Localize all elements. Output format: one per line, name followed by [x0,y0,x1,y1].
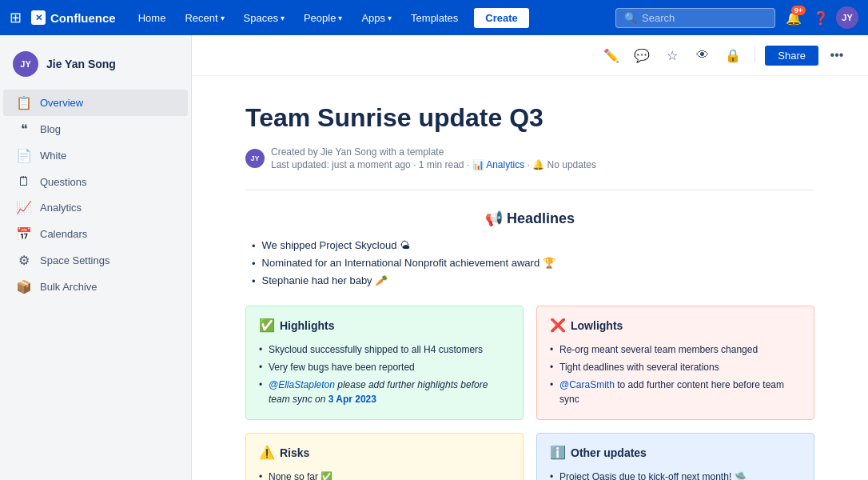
box-header: ⚠️ Risks [259,445,510,460]
sidebar-item-questions[interactable]: 🗒 Questions [3,169,188,194]
box-header: ℹ️ Other updates [550,445,801,460]
blog-icon: ❝ [16,122,32,137]
lowlights-list: Re-org meant several team members change… [550,341,801,408]
logo-x: ✕ [31,10,46,25]
star-icon[interactable]: ☆ [660,43,684,67]
white-icon: 📄 [16,148,32,163]
headlines-list: We shipped Project Skycloud 🌤 Nominated … [245,237,814,290]
sidebar-item-overview[interactable]: 📋 Overview [3,90,188,116]
settings-icon: ⚙ [16,253,32,268]
sidebar-item-white[interactable]: 📄 White + [3,142,188,169]
archive-icon: 📦 [16,279,32,294]
analytics-icon: 📈 [16,200,32,215]
headlines-title: 📢 Headlines [245,210,814,227]
risks-list: None so far ✅ [259,468,510,480]
sidebar-user-avatar[interactable]: JY [13,51,38,77]
date-link[interactable]: 3 Apr 2023 [328,394,376,405]
list-item: Project Oasis due to kick-off next month… [550,468,801,480]
search-placeholder: Search [642,12,675,24]
nav-recent[interactable]: Recent ▾ [178,9,230,27]
list-item: @CaraSmith to add further content here b… [550,376,801,408]
list-item: Very few bugs have been reported [259,358,510,376]
risks-title: Risks [280,446,309,459]
sidebar-item-label: Overview [40,97,83,109]
nav-spaces[interactable]: Spaces ▾ [237,9,291,27]
sidebar-item-calendars[interactable]: 📅 Calendars [3,221,188,247]
x-circle-icon: ❌ [550,318,566,333]
more-actions-icon[interactable]: ••• [825,43,849,67]
list-item: We shipped Project Skycloud 🌤 [252,237,814,254]
list-item: Tight deadlines with several iterations [550,358,801,376]
help-button[interactable]: ❓ [809,6,833,30]
user-mention[interactable]: @CaraSmith [559,379,615,390]
sidebar-username: Jie Yan Song [46,58,116,70]
box-header: ✅ Highlights [259,318,510,333]
nav-apps[interactable]: Apps ▾ [355,9,398,27]
nav-templates[interactable]: Templates [404,9,464,27]
nav-home[interactable]: Home [132,9,173,27]
sidebar-item-label: Analytics [40,202,82,214]
user-avatar[interactable]: JY [836,6,858,29]
risks-other-grid: ⚠️ Risks None so far ✅ ℹ️ Other updates … [245,433,814,480]
highlights-lowlights-grid: ✅ Highlights Skycloud successfully shipp… [245,306,814,420]
chevron-down-icon: ▾ [221,14,225,22]
highlights-title: Highlights [280,319,334,332]
highlights-box: ✅ Highlights Skycloud successfully shipp… [245,306,524,420]
highlights-list: Skycloud successfully shipped to all H4 … [259,341,510,408]
list-item: None so far ✅ [259,468,510,480]
chevron-down-icon: ▾ [281,14,285,22]
create-button[interactable]: Create [474,8,528,28]
sidebar-navigation: 📋 Overview ❝ Blog + 📄 White + 🗒 Question… [0,90,191,300]
risks-box: ⚠️ Risks None so far ✅ [245,433,524,480]
edit-icon[interactable]: ✏️ [599,43,623,67]
lowlights-box: ❌ Lowlights Re-org meant several team me… [536,306,814,420]
app-layout: JY Jie Yan Song 📋 Overview ❝ Blog + 📄 Wh… [0,35,868,480]
created-by-text: Created by Jie Yan Song with a template [271,146,596,158]
sidebar-item-label: Questions [40,176,87,188]
warning-icon: ⚠️ [259,445,275,460]
sidebar-item-label: Space Settings [40,254,109,266]
notification-badge: 9+ [791,6,806,15]
author-avatar: JY [245,149,265,168]
restrict-icon[interactable]: 🔒 [721,43,745,67]
sidebar-item-analytics[interactable]: 📈 Analytics [3,194,188,221]
share-button[interactable]: Share [765,46,818,66]
grid-icon[interactable]: ⊞ [10,9,22,26]
other-list: Project Oasis due to kick-off next month… [550,468,801,480]
notifications-button[interactable]: 🔔 9+ [782,6,806,30]
comment-icon[interactable]: 💬 [630,43,654,67]
analytics-link[interactable]: Analytics [486,159,524,170]
check-circle-icon: ✅ [259,318,275,333]
doc-divider [245,190,814,190]
sidebar-item-label: Calendars [40,228,87,240]
other-title: Other updates [571,446,647,459]
document-content: Team Sunrise update Q3 JY Created by Jie… [226,76,834,480]
list-item: Stephanie had her baby 🥕 [252,272,814,290]
sidebar-item-label: Blog [40,123,61,135]
confluence-logo[interactable]: ✕ Confluence [31,10,116,25]
sidebar-item-bulk-archive[interactable]: 📦 Bulk Archive [3,274,188,300]
no-updates: No updates [547,159,596,170]
sidebar-item-label: White [40,150,66,162]
watch-icon[interactable]: 👁 [691,43,715,67]
list-item: Skycloud successfully shipped to all H4 … [259,341,510,358]
main-content: ✏️ 💬 ☆ 👁 🔒 Share ••• Team Sunrise update… [192,35,868,480]
calendars-icon: 📅 [16,226,32,242]
sidebar-item-space-settings[interactable]: ⚙ Space Settings [3,247,188,274]
list-item: Nominated for an International Nonprofit… [252,254,814,272]
sidebar-item-blog[interactable]: ❝ Blog + [3,116,188,142]
info-icon: ℹ️ [550,445,566,460]
user-mention[interactable]: @EllaStapleton [269,379,335,390]
sidebar: JY Jie Yan Song 📋 Overview ❝ Blog + 📄 Wh… [0,35,192,480]
page-title: Team Sunrise update Q3 [245,102,814,134]
nav-people[interactable]: People ▾ [297,9,348,27]
sidebar-item-label: Bulk Archive [40,281,98,293]
meta-row: Last updated: just a moment ago · 1 min … [271,159,596,170]
list-item: Re-org meant several team members change… [550,341,801,358]
search-bar[interactable]: 🔍 Search [615,8,775,28]
overview-icon: 📋 [16,95,32,110]
divider [755,47,755,63]
chevron-down-icon: ▾ [388,14,392,22]
content-header: ✏️ 💬 ☆ 👁 🔒 Share ••• [192,35,868,76]
sidebar-user-section: JY Jie Yan Song [0,45,191,90]
